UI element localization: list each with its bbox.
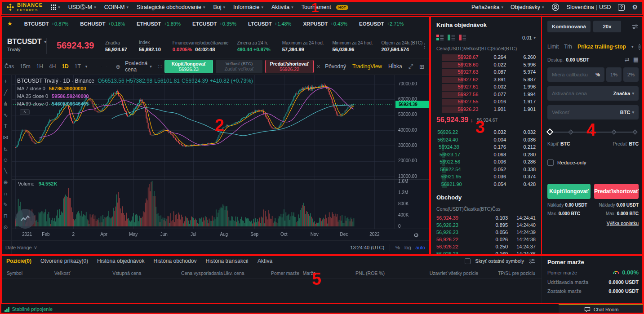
ticker-pair[interactable]: EOSUSDT +2.71% bbox=[359, 21, 404, 27]
ask-row[interactable]: 56927.56 0.077 1.994 bbox=[436, 91, 536, 98]
nav-menu-item[interactable]: Aktivita ▾ bbox=[271, 4, 293, 10]
indicator-settings-icon[interactable] bbox=[96, 63, 97, 70]
axis-settings-gear-icon[interactable]: ⚙ bbox=[413, 232, 419, 239]
ask-row[interactable]: 56928.67 0.264 6.260 bbox=[436, 53, 536, 61]
brush-icon[interactable]: ∿ bbox=[3, 112, 8, 118]
info-icon[interactable]: i bbox=[639, 44, 640, 50]
chart-style-icon[interactable] bbox=[101, 63, 102, 70]
bid-row[interactable]: 56922.54 0.052 0.338 bbox=[436, 166, 536, 173]
ticker-pair[interactable]: LTCUSDT +1.48% bbox=[248, 21, 291, 27]
bid-row[interactable]: 56926.22 0.032 0.032 bbox=[436, 128, 536, 136]
nav-menu-item[interactable]: Informácie ▾ bbox=[233, 4, 263, 10]
candlestick-icon[interactable] bbox=[106, 63, 107, 70]
drag-handle-icon[interactable]: ∷ bbox=[158, 63, 162, 70]
candlestick-chart[interactable] bbox=[12, 75, 431, 240]
text-tool-icon[interactable]: T bbox=[4, 124, 7, 129]
chart-view-tab[interactable]: TradingView bbox=[352, 63, 382, 70]
lock-all-icon[interactable]: ⊓ bbox=[4, 213, 8, 219]
positions-tab[interactable]: História transakcií bbox=[206, 258, 249, 264]
ask-row[interactable]: 56927.55 0.016 1.917 bbox=[436, 98, 536, 106]
buy-long-button[interactable]: Kúpiť/longovať bbox=[547, 184, 591, 199]
ticker-pair[interactable]: BTCUSDT +0.87% bbox=[24, 21, 69, 27]
apps-menu-button[interactable]: ▾ bbox=[51, 4, 60, 10]
leverage-button[interactable]: 20x bbox=[593, 21, 621, 32]
magnet-icon[interactable]: ∩ bbox=[4, 191, 8, 196]
callback-rate-input[interactable]: Miera callbacku % bbox=[547, 67, 604, 82]
size-input[interactable]: Veľkosť BTC ▾ bbox=[547, 105, 639, 119]
interval-button[interactable]: 1H bbox=[36, 63, 43, 70]
transfer-icon[interactable]: ⇄ bbox=[625, 56, 630, 63]
chevron-down-icon[interactable]: ▾ bbox=[631, 44, 634, 49]
more-menu-icon[interactable]: ⋮ bbox=[422, 42, 428, 49]
bid-row[interactable]: 56924.40 0.004 0.036 bbox=[436, 136, 536, 144]
user-profile-icon[interactable] bbox=[551, 3, 560, 11]
order-type-tab[interactable]: Príkaz trailing-stop bbox=[577, 44, 626, 50]
slider-stop[interactable] bbox=[632, 129, 637, 134]
size-slider[interactable] bbox=[547, 128, 639, 137]
ruler-icon[interactable]: ╲ bbox=[4, 168, 7, 174]
ticker-pair[interactable]: XRPUSDT +0.43% bbox=[303, 21, 347, 27]
positions-tab[interactable]: História obchodov bbox=[153, 258, 196, 264]
fullscreen-expand-icon[interactable]: ⤢ bbox=[409, 63, 413, 70]
bid-row[interactable]: 56923.17 0.068 0.280 bbox=[436, 151, 536, 159]
symbol-selector[interactable]: BTCUSDT ▾ Trvalý bbox=[0, 38, 47, 54]
settings-gear-icon[interactable]: ⚙ bbox=[632, 4, 638, 11]
xabcd-pattern-icon[interactable]: ⋈ bbox=[3, 135, 9, 140]
ask-row[interactable]: 56927.63 0.087 5.974 bbox=[436, 68, 536, 76]
book-view-both-icon[interactable] bbox=[436, 35, 444, 40]
margin-mode-button[interactable]: Kombinovaná bbox=[547, 21, 591, 32]
zoom-in-icon[interactable]: ⊕ bbox=[3, 180, 8, 185]
book-view-asks-icon[interactable] bbox=[459, 35, 466, 40]
forecast-icon[interactable]: ⊾ bbox=[3, 146, 8, 151]
hide-drawings-icon[interactable]: ⊙ bbox=[3, 225, 8, 230]
interval-button[interactable]: 1T bbox=[75, 63, 81, 70]
calculator-icon[interactable]: ▦ bbox=[633, 56, 639, 63]
layout-grid-icon[interactable]: ⊞ bbox=[419, 63, 424, 70]
language-currency-selector[interactable]: Slovenčina | USD bbox=[567, 4, 611, 10]
pitchfork-icon[interactable]: ⋔ bbox=[3, 101, 8, 106]
crosshair-icon[interactable]: + bbox=[4, 79, 7, 84]
positions-tab[interactable]: História objednávok bbox=[97, 258, 144, 264]
interval-button[interactable]: 4H bbox=[49, 63, 56, 70]
preferences-sliders-icon[interactable] bbox=[632, 24, 639, 30]
price-type-value[interactable]: Značka bbox=[613, 91, 631, 96]
callback-preset-button[interactable]: 1% bbox=[606, 67, 622, 82]
slider-handle[interactable] bbox=[546, 128, 554, 136]
slider-stop[interactable] bbox=[611, 129, 616, 134]
chart-view-tab[interactable]: Hĺbka bbox=[388, 63, 402, 70]
bid-row[interactable]: 56924.39 0.176 0.212 bbox=[436, 143, 536, 151]
precision-dropdown[interactable]: 0.01 ▾ bbox=[522, 35, 536, 40]
sell-short-button[interactable]: Predať/shortovať bbox=[594, 184, 639, 199]
interval-button[interactable]: Čas bbox=[4, 63, 14, 70]
reduce-only-checkbox[interactable] bbox=[547, 159, 554, 166]
nav-menu-item[interactable]: Tournament HOT bbox=[302, 4, 348, 10]
favorites-star-icon[interactable]: ★ bbox=[7, 20, 13, 27]
price-mode-dropdown[interactable]: Posledná cena ▾ bbox=[125, 60, 152, 73]
axis-mode-toggle[interactable]: % bbox=[395, 245, 400, 250]
order-type-tab[interactable]: Limit bbox=[547, 44, 559, 50]
ticker-pair[interactable]: ETCUSDT +0.35% bbox=[192, 21, 236, 27]
close-icon[interactable]: ✕ bbox=[316, 64, 320, 70]
ticker-pair[interactable]: ETHUSDT +1.89% bbox=[137, 21, 181, 27]
date-range-dropdown[interactable]: Date Range ˅ bbox=[5, 245, 37, 250]
ask-row[interactable]: 56926.23 1.901 1.901 bbox=[436, 106, 536, 113]
nav-menu-item[interactable]: COIN-M ▾ bbox=[104, 4, 129, 10]
bid-row[interactable]: 56921.90 0.054 0.428 bbox=[436, 181, 536, 188]
quick-sell-button[interactable]: Predať/shortovať 56926.22 bbox=[265, 60, 314, 73]
help-icon[interactable]: ? bbox=[618, 4, 625, 11]
bid-row[interactable]: 56921.95 0.036 0.374 bbox=[436, 173, 536, 181]
emoji-icon[interactable]: ☺ bbox=[3, 157, 8, 163]
activation-price-input[interactable]: Aktivačná cena Značka ▾ bbox=[547, 86, 639, 101]
book-view-bids-icon[interactable] bbox=[448, 35, 455, 40]
ticker-pair[interactable]: BCHUSDT +0.18% bbox=[80, 21, 125, 27]
orders-menu[interactable]: Objednávky ▾ bbox=[511, 4, 544, 10]
quick-size-input[interactable]: Veľkosť (BTC) Zadať veľkosť bbox=[216, 60, 262, 73]
add-indicator-icon[interactable]: ⊕ bbox=[115, 63, 120, 70]
camera-icon[interactable] bbox=[111, 64, 111, 70]
interval-button[interactable]: 15m bbox=[20, 63, 30, 70]
wallet-menu[interactable]: Peňaženka ▾ bbox=[471, 4, 503, 10]
slider-stop[interactable] bbox=[590, 129, 595, 134]
trendline-icon[interactable]: ╱ bbox=[4, 90, 7, 95]
positions-tab[interactable]: Pozície(0) bbox=[6, 258, 31, 264]
binance-futures-logo[interactable]: BINANCE FUTURES bbox=[6, 3, 43, 12]
